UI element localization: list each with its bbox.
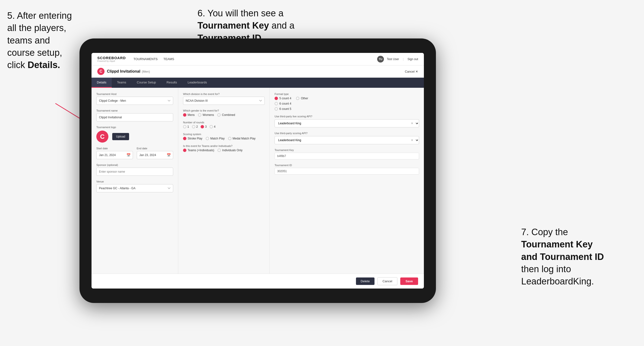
third-party-1-label: Use third-party live scoring API?: [274, 115, 419, 118]
tab-details[interactable]: Details: [92, 78, 112, 88]
third-party-1-group: Use third-party live scoring API? Leader…: [274, 115, 419, 127]
sign-out-link[interactable]: Sign out: [408, 57, 418, 61]
tab-teams[interactable]: Teams: [112, 78, 132, 88]
gender-combined-radio[interactable]: [217, 113, 220, 117]
cancel-button[interactable]: Cancel: [378, 277, 397, 285]
rounds-3[interactable]: 3: [200, 125, 207, 128]
venue-group: Venue Peachtree GC - Atlanta - GA: [96, 180, 173, 192]
gender-combined-label: Combined: [222, 113, 235, 117]
third-party-1-clear-icon[interactable]: ✕: [411, 122, 413, 125]
tournament-host-select[interactable]: Clippd College - Men: [96, 97, 173, 105]
rounds-4-radio[interactable]: [210, 125, 213, 128]
format-row-1: 5 count 4 Other: [274, 97, 419, 100]
scoring-medal-radio[interactable]: [228, 137, 232, 140]
rounds-2-radio[interactable]: [192, 125, 195, 128]
tablet-screen: SCOREBOARD Powered by clippd TOURNAMENTS…: [92, 53, 424, 289]
scoring-stroke[interactable]: Stroke Play: [183, 137, 202, 140]
rounds-4[interactable]: 4: [210, 125, 216, 128]
sponsor-label: Sponsor (optional): [96, 164, 173, 167]
annotation-bottom-right: 7. Copy the Tournament Key and Tournamen…: [521, 226, 637, 288]
app-logo-sub: Powered by clippd: [97, 60, 126, 62]
start-date-wrap: 📅: [96, 151, 133, 159]
format-6count4-label: 6 count 4: [279, 102, 291, 105]
third-party-2-chevron-icon: ▾: [416, 139, 417, 142]
logo-upload-area: C Upload: [96, 131, 173, 143]
tournament-sub: (Men): [142, 70, 150, 73]
third-party-1-select[interactable]: Leaderboard King: [274, 119, 419, 127]
format-5count4[interactable]: 5 count 4: [274, 97, 291, 100]
third-party-2-group: Use third-party scoring API? Leaderboard…: [274, 132, 419, 144]
user-avatar: TU: [377, 56, 384, 62]
nav-teams[interactable]: TEAMS: [164, 56, 174, 62]
save-button[interactable]: Save: [400, 277, 418, 285]
delete-button[interactable]: Delete: [356, 277, 375, 285]
third-party-2-select[interactable]: Leaderboard King: [274, 136, 419, 144]
sponsor-input[interactable]: [96, 168, 173, 176]
rounds-2[interactable]: 2: [192, 125, 198, 128]
gender-mens-label: Mens: [188, 113, 194, 117]
start-date-label: Start date: [96, 147, 133, 150]
scoring-stroke-radio[interactable]: [183, 137, 186, 140]
tournament-title-bar: C Clippd Invitational (Men) Cancel ✕: [92, 65, 424, 78]
division-label: Which division is the event for?: [183, 93, 265, 95]
end-date-wrap: 📅: [137, 151, 174, 159]
gender-womens-label: Womens: [202, 113, 214, 117]
scoring-match-radio[interactable]: [206, 137, 209, 140]
scoring-medal-match[interactable]: Medal Match Play: [228, 137, 256, 140]
teams-individuals-radio[interactable]: [218, 149, 221, 152]
right-panel: Format type 5 count 4 Other: [270, 88, 424, 274]
gender-mens-radio[interactable]: [183, 113, 186, 117]
gender-mens[interactable]: Mens: [183, 113, 194, 117]
format-6count4-radio[interactable]: [274, 102, 278, 105]
logo-area: SCOREBOARD Powered by clippd: [97, 56, 126, 62]
tournament-logo-label: Tournament logo: [96, 126, 173, 129]
format-6count4[interactable]: 6 count 4: [274, 102, 291, 105]
cancel-tournament-btn[interactable]: Cancel ✕: [405, 70, 418, 73]
gender-group: Which gender is the event for? Mens Wome…: [183, 109, 265, 117]
main-content: Tournament Host Clippd College - Men Tou…: [92, 88, 424, 274]
nav-tournaments[interactable]: TOURNAMENTS: [134, 56, 158, 62]
scoring-stroke-label: Stroke Play: [188, 137, 202, 140]
gender-womens[interactable]: Womens: [198, 113, 214, 117]
format-other-label: Other: [301, 97, 308, 100]
tournament-name-input[interactable]: [96, 113, 173, 121]
bottom-action-bar: Delete Cancel Save: [92, 274, 424, 289]
tournament-logo: C: [97, 68, 104, 75]
tournament-logo-preview: C: [96, 131, 108, 143]
scoring-match[interactable]: Match Play: [206, 137, 224, 140]
rounds-radio-group: 1 2 3 4: [183, 125, 265, 128]
tournament-name-label: Tournament name: [96, 109, 173, 112]
format-5count4-radio[interactable]: [274, 97, 278, 100]
teams-radio-group: Teams (+Individuals) Individuals Only: [183, 149, 265, 152]
tab-results[interactable]: Results: [161, 78, 182, 88]
rounds-1[interactable]: 1: [183, 125, 189, 128]
teams-teams[interactable]: Teams (+Individuals): [183, 149, 214, 152]
format-other[interactable]: Other: [296, 97, 308, 100]
tournament-name: Clippd Invitational: [107, 69, 140, 74]
teams-individuals[interactable]: Individuals Only: [218, 149, 242, 152]
scoring-medal-label: Medal Match Play: [233, 137, 256, 140]
tournament-id-group: Tournament ID 302051: [274, 164, 419, 174]
division-select[interactable]: NCAA Division III: [183, 97, 265, 105]
upload-button[interactable]: Upload: [112, 133, 129, 140]
tournament-key-label: Tournament Key: [274, 149, 419, 152]
gender-womens-radio[interactable]: [198, 113, 201, 117]
format-6count5[interactable]: 6 count 5: [274, 107, 291, 111]
tournament-key-value: b4f8b7: [274, 153, 419, 160]
format-other-radio[interactable]: [296, 97, 299, 100]
third-party-2-clear-icon[interactable]: ✕: [411, 139, 413, 142]
format-6count5-radio[interactable]: [274, 107, 278, 111]
rounds-group: Number of rounds 1 2 3: [183, 121, 265, 128]
rounds-1-radio[interactable]: [183, 125, 186, 128]
app-header: SCOREBOARD Powered by clippd TOURNAMENTS…: [92, 53, 424, 65]
venue-select[interactable]: Peachtree GC - Atlanta - GA: [96, 184, 173, 192]
tournament-logo-group: Tournament logo C Upload: [96, 126, 173, 143]
rounds-3-radio[interactable]: [200, 125, 204, 128]
tab-course-setup[interactable]: Course Setup: [132, 78, 161, 88]
gender-combined[interactable]: Combined: [217, 113, 235, 117]
teams-teams-radio[interactable]: [183, 149, 186, 152]
tab-leaderboards[interactable]: Leaderboards: [182, 78, 212, 88]
start-date-field: Start date 📅: [96, 147, 133, 159]
scoring-label: Scoring system: [183, 133, 265, 136]
user-name: Test User: [387, 57, 399, 61]
